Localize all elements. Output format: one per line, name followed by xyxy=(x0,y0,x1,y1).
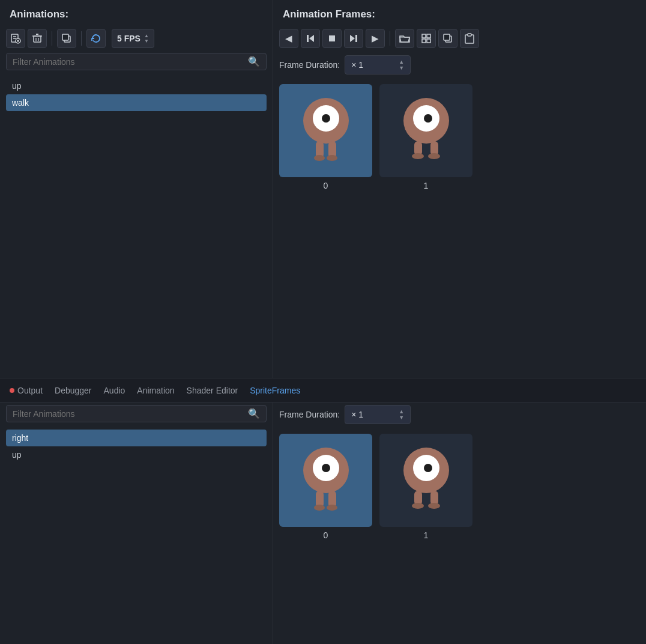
frame-duration-input-top[interactable]: × 1 ▲ ▼ xyxy=(345,55,411,74)
grid-icon xyxy=(421,34,431,43)
frame-duration-input-bottom[interactable]: × 1 ▲ ▼ xyxy=(345,405,411,424)
frame-index-bottom-1: 1 xyxy=(424,530,429,540)
frames-grid-bottom: 0 1 xyxy=(273,429,646,644)
frame-item[interactable]: 1 xyxy=(379,434,472,639)
svg-point-46 xyxy=(327,505,337,511)
step-fwd-button[interactable] xyxy=(344,29,363,48)
svg-point-42 xyxy=(322,464,330,472)
character-sprite-1 xyxy=(393,92,459,170)
duration-spinner-bottom[interactable]: ▲ ▼ xyxy=(399,409,404,421)
svg-rect-20 xyxy=(422,39,426,43)
tab-animation-label: Animation xyxy=(137,386,174,395)
filter-animations-input[interactable] xyxy=(13,57,248,67)
svg-rect-14 xyxy=(307,35,309,42)
duration-spinner-top[interactable]: ▲ ▼ xyxy=(399,59,404,71)
bottom-frames-panel: Frame Duration: × 1 ▲ ▼ xyxy=(273,402,646,644)
fps-down-arrow[interactable]: ▼ xyxy=(144,38,149,44)
frames-title: Animation Frames: xyxy=(273,0,646,26)
character-sprite-bottom-1 xyxy=(393,442,459,520)
tab-audio-label: Audio xyxy=(104,386,125,395)
svg-point-53 xyxy=(428,503,440,509)
frames-toolbar: ◀ ▶ xyxy=(273,26,646,53)
list-item[interactable]: right xyxy=(6,430,267,446)
grid-button[interactable] xyxy=(417,29,436,48)
svg-rect-12 xyxy=(62,34,68,40)
tab-debugger-label: Debugger xyxy=(55,386,92,395)
frame-duration-label: Frame Duration: xyxy=(279,60,340,70)
animations-title: Animations: xyxy=(0,0,273,26)
search-icon: 🔍 xyxy=(248,56,260,67)
open-folder-button[interactable] xyxy=(395,29,414,48)
tab-shader-editor[interactable]: Shader Editor xyxy=(187,383,238,398)
frame-item[interactable]: 0 xyxy=(279,84,372,373)
toolbar-sep-1 xyxy=(52,31,52,46)
frame-item[interactable]: 0 xyxy=(279,434,372,639)
svg-rect-15 xyxy=(329,35,335,41)
tab-debugger[interactable]: Debugger xyxy=(55,383,92,398)
svg-point-49 xyxy=(424,464,432,472)
tab-audio[interactable]: Audio xyxy=(104,383,125,398)
frame-thumb-bottom-0[interactable] xyxy=(279,434,372,527)
svg-rect-19 xyxy=(427,34,430,38)
animations-list-top: up walk xyxy=(0,75,273,378)
copy-frame-button[interactable] xyxy=(438,29,457,48)
svg-point-28 xyxy=(322,114,330,123)
list-item[interactable]: up xyxy=(6,77,267,94)
output-dot xyxy=(10,388,14,393)
duration-down[interactable]: ▼ xyxy=(399,65,404,71)
prev-frame-button[interactable]: ◀ xyxy=(279,29,298,48)
delete-animation-button[interactable] xyxy=(28,29,47,48)
play-button[interactable]: ▶ xyxy=(366,29,385,48)
filter-animations-input-bottom[interactable] xyxy=(13,409,248,419)
stop-icon xyxy=(328,35,336,42)
frame-duration-row-bottom: Frame Duration: × 1 ▲ ▼ xyxy=(273,402,646,429)
frames-sep-1 xyxy=(390,31,390,46)
character-sprite-bottom-0 xyxy=(293,442,359,520)
animations-list-bottom: right up xyxy=(0,427,273,644)
tab-sprite-frames[interactable]: SpriteFrames xyxy=(250,383,300,398)
search-icon-bottom: 🔍 xyxy=(248,408,260,419)
frames-grid-top: 0 1 xyxy=(273,79,646,378)
svg-rect-25 xyxy=(468,34,471,36)
duration-up-bottom[interactable]: ▲ xyxy=(399,409,404,415)
toolbar-sep-2 xyxy=(81,31,82,46)
svg-point-38 xyxy=(412,153,424,159)
frame-item[interactable]: 1 xyxy=(379,84,472,373)
list-item[interactable]: walk xyxy=(6,94,267,111)
frame-thumb-bottom-1[interactable] xyxy=(379,434,472,527)
svg-rect-18 xyxy=(422,34,426,38)
bottom-animations-panel: 🔍 right up xyxy=(0,402,273,644)
tab-sprite-frames-label: SpriteFrames xyxy=(250,386,300,395)
character-sprite-0 xyxy=(293,92,359,170)
frame-duration-label-bottom: Frame Duration: xyxy=(279,410,340,419)
step-back-icon xyxy=(306,34,315,43)
refresh-button[interactable] xyxy=(86,29,106,48)
frame-thumb-1[interactable] xyxy=(379,84,472,177)
animations-panel: Animations: xyxy=(0,0,273,378)
new-animation-button[interactable] xyxy=(6,29,25,48)
fps-spinner[interactable]: ▲ ▼ xyxy=(144,33,149,44)
duplicate-button[interactable] xyxy=(57,29,76,48)
duration-down-bottom[interactable]: ▼ xyxy=(399,415,404,421)
filter-bar-bottom: 🔍 xyxy=(6,405,267,422)
tab-shader-label: Shader Editor xyxy=(187,386,238,395)
stop-button[interactable] xyxy=(322,29,342,48)
duration-up[interactable]: ▲ xyxy=(399,59,404,65)
copy-icon xyxy=(443,34,453,43)
frame-duration-row-top: Frame Duration: × 1 ▲ ▼ xyxy=(273,53,646,79)
paste-frame-button[interactable] xyxy=(460,29,479,48)
paste-icon xyxy=(465,33,474,44)
fps-up-arrow[interactable]: ▲ xyxy=(144,33,149,38)
top-panel: Animations: xyxy=(0,0,646,378)
svg-point-39 xyxy=(428,153,440,159)
step-fwd-icon xyxy=(349,34,358,43)
tab-output[interactable]: Output xyxy=(10,383,43,398)
frame-index-bottom-0: 0 xyxy=(324,530,328,540)
filter-bar-top: 🔍 xyxy=(6,53,267,70)
step-back-button[interactable] xyxy=(301,29,320,48)
fps-control[interactable]: 5 FPS ▲ ▼ xyxy=(112,29,154,48)
frame-thumb-0[interactable] xyxy=(279,84,372,177)
tab-animation[interactable]: Animation xyxy=(137,383,174,398)
frame-duration-value: × 1 xyxy=(351,60,363,70)
list-item[interactable]: up xyxy=(6,446,267,463)
